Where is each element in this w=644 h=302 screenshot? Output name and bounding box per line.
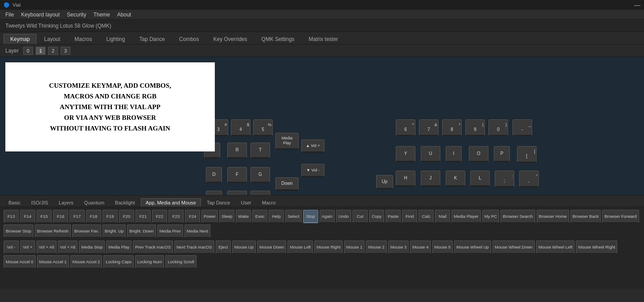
grid-key-wake[interactable]: Wake <box>236 210 251 223</box>
layer-1-button[interactable]: 1 <box>36 47 45 55</box>
grid-key-browser-stop[interactable]: Browser Stop <box>4 224 33 238</box>
key-o[interactable]: O <box>469 146 488 162</box>
grid-key-help[interactable]: Help <box>269 210 284 223</box>
sec-tab-app-media-mouse[interactable]: App, Media and Mouse <box>141 198 201 207</box>
grid-key2-next-track-macos[interactable]: Next Track macOS <box>174 241 214 254</box>
grid-key-paste[interactable]: Paste <box>386 210 401 223</box>
tab-keymap[interactable]: Keymap <box>4 34 37 44</box>
grid-key2-mouse-left[interactable]: Mouse Left <box>287 241 313 254</box>
grid-key-browser-back[interactable]: Browser Back <box>570 210 601 223</box>
grid-key2-mouse-4[interactable]: Mouse 4 <box>410 241 431 254</box>
tab-tap-dance[interactable]: Tap Dance <box>132 34 171 44</box>
key-vol-down[interactable]: ▼ Vol - <box>301 164 324 177</box>
menu-file[interactable]: File <box>2 11 17 19</box>
grid-key2-mouse-accel-0[interactable]: Mouse Accel 0 <box>4 255 36 269</box>
key-i[interactable]: I <box>446 146 462 162</box>
grid-key-browser-home[interactable]: Browser Home <box>537 210 569 223</box>
key-lbrace[interactable]: {[ <box>517 146 537 163</box>
tab-lighting[interactable]: Lighting <box>99 34 131 44</box>
menu-keyboard-layout[interactable]: Keyboard layout <box>17 11 63 19</box>
key-t[interactable]: T <box>250 143 270 159</box>
tab-combos[interactable]: Combos <box>172 34 206 44</box>
grid-key2-locking-num[interactable]: Locking Num <box>135 255 164 269</box>
key-f[interactable]: F <box>227 167 247 183</box>
grid-key-f20[interactable]: F20 <box>119 210 134 223</box>
grid-key2-vol---alt[interactable]: Vol + Alt <box>58 241 78 254</box>
grid-key-f18[interactable]: F18 <box>86 210 101 223</box>
grid-key-f17[interactable]: F17 <box>70 210 85 223</box>
key-amp-7[interactable]: &7 <box>419 119 439 136</box>
grid-key-select[interactable]: Select <box>285 210 301 223</box>
key-y[interactable]: Y <box>396 146 415 162</box>
key-up[interactable]: Up <box>376 175 393 189</box>
sec-tab-iso[interactable]: ISO/JIS <box>26 198 53 207</box>
menu-security[interactable]: Security <box>63 11 90 19</box>
sec-tab-basic[interactable]: Basic <box>4 198 25 207</box>
grid-key-f16[interactable]: F16 <box>53 210 68 223</box>
grid-key2-media-play[interactable]: Media Play <box>106 241 131 254</box>
key-rparen-0[interactable]: )0 <box>488 119 508 136</box>
key-b[interactable]: B <box>250 191 270 195</box>
grid-key2-mouse-wheel-up[interactable]: Mouse Wheel Up <box>454 241 491 254</box>
key-media-play[interactable]: MediaPlay <box>275 133 299 150</box>
key-down[interactable]: Down <box>275 177 299 191</box>
grid-key-bright--up[interactable]: Bright. Up <box>103 224 126 238</box>
grid-key-again[interactable]: Again <box>320 210 335 223</box>
key-j[interactable]: J <box>421 171 440 187</box>
sec-tab-macro[interactable]: Macro <box>257 198 281 207</box>
grid-key-browser-search[interactable]: Browser Search <box>500 210 535 223</box>
key-percent-5[interactable]: %5 <box>253 119 273 136</box>
grid-key-my-pc[interactable]: My PC <box>482 210 500 223</box>
grid-key-stop[interactable]: Stop <box>303 210 318 223</box>
grid-key2-mouse-wheel-down[interactable]: Mouse Wheel Down <box>492 241 535 254</box>
key-r[interactable]: R <box>227 143 247 159</box>
key-c[interactable]: C <box>206 191 222 195</box>
key-h[interactable]: H <box>396 171 415 187</box>
key-colon[interactable]: :; <box>495 171 514 188</box>
key-v[interactable]: V <box>227 191 247 195</box>
grid-key2-mouse-5[interactable]: Mouse 5 <box>432 241 453 254</box>
key-lparen-9[interactable]: (9 <box>465 119 485 136</box>
grid-key2-vol---alt[interactable]: Vol + Alt <box>37 241 57 254</box>
tab-layout[interactable]: Layout <box>37 34 67 44</box>
grid-key2-mouse-accel-2[interactable]: Mouse Accel 2 <box>70 255 103 269</box>
grid-key-browser-fav-[interactable]: Browser Fav. <box>72 224 101 238</box>
grid-key2-locking-caps[interactable]: Locking Caps <box>103 255 134 269</box>
grid-key-cut[interactable]: Cut <box>353 210 368 223</box>
key-star-8[interactable]: *8 <box>442 119 462 136</box>
grid-key-media-player[interactable]: Media Player <box>451 210 480 223</box>
grid-key2-prev-track-macos[interactable]: Prev Track macOS <box>133 241 173 254</box>
grid-key-mail[interactable]: Mail <box>435 210 450 223</box>
menu-theme[interactable]: Theme <box>90 11 113 19</box>
grid-key-calc[interactable]: Calc <box>418 210 434 223</box>
grid-key2-mouse-accel-1[interactable]: Mouse Accel 1 <box>37 255 69 269</box>
layer-2-button[interactable]: 2 <box>48 47 58 55</box>
grid-key-copy[interactable]: Copy <box>369 210 384 223</box>
key-l[interactable]: L <box>470 171 490 187</box>
grid-key2-mouse-right[interactable]: Mouse Right <box>314 241 342 254</box>
grid-key-bright--down[interactable]: Bright. Down <box>127 224 156 238</box>
layer-0-button[interactable]: 0 <box>23 47 33 55</box>
grid-key-find[interactable]: Find <box>402 210 417 223</box>
grid-key-f22[interactable]: F22 <box>152 210 167 223</box>
sec-tab-backlight[interactable]: Backlight <box>110 198 140 207</box>
grid-key-f14[interactable]: F14 <box>20 210 35 223</box>
grid-key-browser-refresh[interactable]: Browser Refresh <box>35 224 71 238</box>
grid-key-exec[interactable]: Exec <box>252 210 267 223</box>
grid-key-media-prev[interactable]: Media Prev <box>157 224 183 238</box>
sec-tab-quantum[interactable]: Quantum <box>79 198 109 207</box>
key-caret-6[interactable]: ^6 <box>396 119 415 136</box>
tab-key-overrides[interactable]: Key Overrides <box>207 34 254 44</box>
grid-key2-mouse-down[interactable]: Mouse Down <box>257 241 286 254</box>
grid-key2-media-stop[interactable]: Media Stop <box>79 241 105 254</box>
grid-key-media-next[interactable]: Media Next <box>185 224 210 238</box>
key-g[interactable]: G <box>250 167 270 183</box>
tab-qmk-settings[interactable]: QMK Settings <box>255 34 301 44</box>
grid-key-sleep[interactable]: Sleep <box>219 210 234 223</box>
key-dollar-4[interactable]: $4 <box>231 119 250 136</box>
grid-key2-mouse-2[interactable]: Mouse 2 <box>366 241 386 254</box>
grid-key2-vol--[interactable]: Vol + <box>20 241 35 254</box>
tab-matrix-tester[interactable]: Matrix tester <box>302 34 345 44</box>
grid-key-f19[interactable]: F19 <box>103 210 118 223</box>
grid-key2-eject[interactable]: Eject <box>216 241 231 254</box>
